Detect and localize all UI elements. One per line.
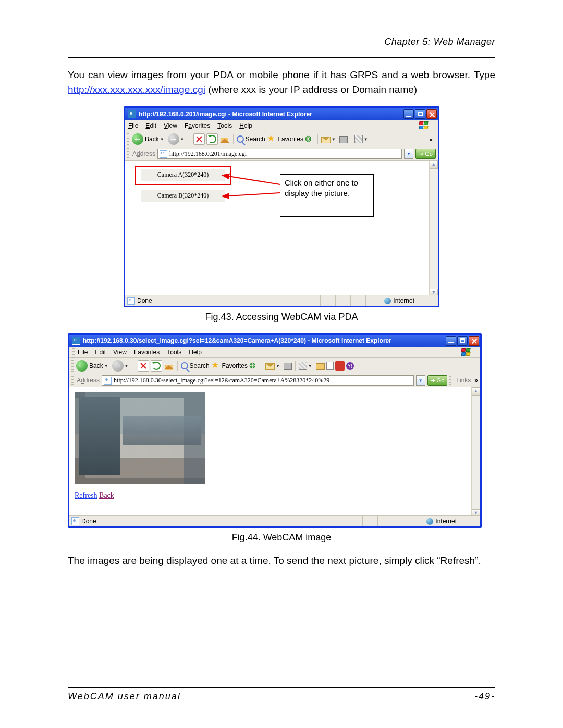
status-bar: Done Internet [125,295,438,306]
tile-button[interactable]: ▼ [299,362,314,370]
intro-url-link[interactable]: http://xxx.xxx.xxx.xxx/image.cgi [68,84,205,95]
search-button[interactable]: Search [237,135,265,143]
address-input[interactable] [169,150,400,158]
status-zone: Internet [381,297,429,304]
fig43-caption: Fig.43. Accessing WebCAM via PDA [68,312,495,323]
ie-icon [128,110,136,118]
intro-text-before: You can view images from your PDA or mob… [68,69,495,80]
links-overflow[interactable]: » [474,377,478,384]
mail-button[interactable]: ▼ [321,135,338,143]
content-area: ▲▼ Refresh Back [69,387,480,517]
go-button[interactable]: Go [415,149,436,159]
scrollbar-vertical[interactable]: ▲▼ [429,161,438,297]
menubar: File Edit View Favorites Tools Help [69,347,480,358]
menu-edit[interactable]: Edit [145,122,156,129]
address-field[interactable] [102,375,414,386]
refresh-button[interactable] [206,133,218,145]
folder-button[interactable] [316,362,325,370]
status-page-icon [71,517,79,525]
address-bar: Address ▼ Go Links » [69,374,480,387]
links-label[interactable]: Links [455,377,472,384]
minimize-button[interactable] [403,109,414,119]
webcam-image [75,392,205,484]
titlebar: http://192.168.0.30/select_image.cgi?sel… [69,335,480,347]
status-page-icon [127,297,135,305]
globe-icon [384,298,391,304]
favorites-button[interactable]: ★Favorites [211,361,248,371]
menu-tools[interactable]: Tools [217,122,232,129]
home-button[interactable] [219,134,230,144]
tile-button[interactable]: ▼ [354,135,370,143]
windows-flag-icon [419,121,429,130]
svg-line-0 [228,176,280,184]
mail-button[interactable]: ▼ [265,362,282,370]
doc-button[interactable] [326,362,334,370]
status-bar: Done Internet [69,515,480,526]
maximize-button[interactable] [457,336,468,346]
menu-view[interactable]: View [113,349,127,356]
forward-button[interactable]: →▼ [112,360,131,372]
favorites-button[interactable]: ★Favorites [267,134,303,144]
intro-paragraph: You can view images from your PDA or mob… [68,68,495,96]
refresh-link[interactable]: Refresh [75,491,97,499]
menu-favorites[interactable]: Favorites [185,122,210,129]
fig44-caption: Fig.44. WebCAM image [68,532,495,543]
address-field[interactable] [157,149,402,159]
window-title: http://192.168.0.30/select_image.cgi?sel… [83,337,446,344]
print-button[interactable] [339,135,348,143]
maximize-button[interactable] [415,109,425,119]
print-button[interactable] [284,362,292,370]
webcam-links: Refresh Back [75,491,114,500]
search-button[interactable]: Search [181,362,210,369]
address-dropdown[interactable]: ▼ [416,375,425,386]
history-button[interactable]: ❂ [249,361,259,371]
scrollbar-vertical[interactable]: ▲▼ [471,387,480,517]
svg-line-1 [228,193,280,196]
history-button[interactable]: ❂ [305,134,314,144]
home-button[interactable] [164,361,174,371]
menu-favorites[interactable]: Favorites [134,349,160,356]
page-icon [160,150,167,158]
menu-view[interactable]: View [164,122,177,129]
annotation-callout: Click on either one to display the pictu… [280,174,374,217]
extra-button-1[interactable] [335,361,345,371]
footer-manual: WebCAM user manual [68,691,181,702]
minimize-button[interactable] [446,336,456,346]
window-title: http://192.168.0.201/image.cgi - Microso… [139,110,403,118]
address-dropdown[interactable]: ▼ [404,149,413,159]
menu-help[interactable]: Help [189,349,202,356]
menu-file[interactable]: File [128,122,138,129]
toolbar-overflow[interactable]: » [429,135,436,143]
close-button[interactable] [426,109,437,119]
back-button[interactable]: ←Back▼ [76,360,111,372]
back-button[interactable]: ←Back▼ [132,133,166,145]
camera-b-button[interactable]: Camera B(320*240) [141,190,225,202]
menu-tools[interactable]: Tools [167,349,181,356]
menubar: File Edit View Favorites Tools Help [125,120,438,131]
footer-page-number: -49- [474,691,495,702]
stop-button[interactable] [138,360,149,372]
stop-button[interactable] [193,133,205,145]
status-text: Done [137,297,152,304]
menu-help[interactable]: Help [239,122,252,129]
intro-text-after: (where xxx is your IP address or Domain … [208,84,417,95]
go-button[interactable]: Go [427,375,448,386]
outro-paragraph: The images are being displayed one at a … [68,553,495,568]
camera-a-button[interactable]: Camera A(320*240) [141,169,225,181]
address-input[interactable] [114,377,412,385]
yahoo-button[interactable]: Y! [346,362,354,370]
address-label: Address [132,150,155,157]
menu-file[interactable]: File [78,349,88,356]
menu-edit[interactable]: Edit [95,349,106,356]
windows-flag-icon [461,348,471,356]
titlebar: http://192.168.0.201/image.cgi - Microso… [125,108,438,120]
toolbar: ←Back▼ →▼ Search ★Favorites ❂ ▼ ▼ » [125,131,438,147]
forward-button[interactable]: →▼ [168,133,187,145]
close-button[interactable] [469,336,479,346]
back-link[interactable]: Back [99,491,114,499]
status-zone: Internet [423,517,471,525]
content-area: ▲▼ Camera A(320*240) Camera B(320*240) C… [125,161,438,297]
refresh-button[interactable] [151,360,162,372]
ie-icon [72,337,80,345]
globe-icon [426,518,433,525]
